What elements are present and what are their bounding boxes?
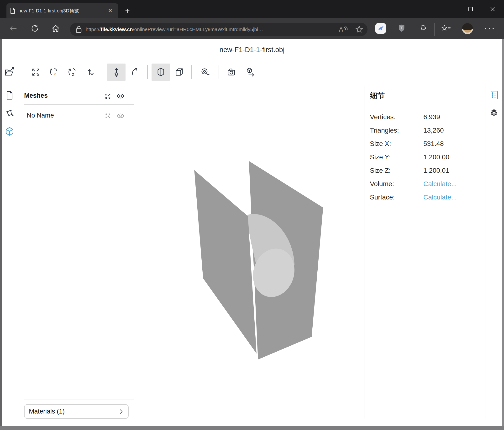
- svg-text:T: T: [400, 26, 403, 30]
- svg-text:Z: Z: [72, 72, 74, 76]
- back-button[interactable]: [6, 21, 20, 35]
- refresh-button[interactable]: [28, 21, 42, 35]
- home-button[interactable]: [49, 21, 63, 35]
- shading-mode-button[interactable]: [152, 64, 170, 81]
- meshes-divider: [24, 104, 134, 105]
- rotate-z-button[interactable]: Z: [65, 64, 79, 81]
- materials-button[interactable]: Materials (1): [24, 404, 129, 419]
- maximize-button[interactable]: [463, 2, 478, 16]
- window-edge-right: [502, 39, 504, 430]
- details-row-triangles: Triangles: 13,260: [370, 124, 479, 137]
- left-rail-divider: [21, 81, 21, 426]
- calculate-volume-link[interactable]: Calculate...: [423, 180, 457, 188]
- meshes-header: Meshes: [24, 92, 48, 99]
- toolbar-separator: [23, 65, 23, 79]
- svg-text:A: A: [339, 26, 343, 33]
- details-rows: Vertices: 6,939 Triangles: 13,260 Size X…: [370, 110, 479, 204]
- mesh-list-item[interactable]: No Name: [27, 112, 54, 119]
- chevron-right-icon: [119, 409, 124, 414]
- url-path: /onlinePreview?url=aHR0cHM6Ly9maWxlLmtrd…: [133, 27, 263, 32]
- toolbar-separator: [147, 65, 148, 79]
- details-header: 细节: [370, 91, 385, 101]
- up-axis-button[interactable]: [107, 64, 126, 81]
- toolbar-separator: [191, 65, 192, 79]
- settings-gear-icon[interactable]: [489, 108, 499, 118]
- details-row-surface: Surface: Calculate...: [370, 191, 479, 204]
- extensions-puzzle-icon[interactable]: [416, 21, 430, 35]
- details-row-size-z: Size Z: 1,200.01: [370, 164, 479, 177]
- toolbar-separator: [219, 65, 219, 79]
- favorites-bar-icon[interactable]: [439, 21, 453, 35]
- bounding-box-button[interactable]: [172, 64, 186, 81]
- model-cube-icon[interactable]: [4, 126, 15, 137]
- mesh-item-fit-icon[interactable]: [105, 112, 111, 119]
- meshes-fit-icon[interactable]: [104, 93, 111, 100]
- lock-icon[interactable]: [75, 25, 82, 33]
- export-model-button[interactable]: [243, 64, 257, 81]
- measure-button[interactable]: [198, 64, 211, 81]
- details-row-size-y: Size Y: 1,200.00: [370, 150, 479, 164]
- rotate-y-button[interactable]: Y: [47, 64, 60, 81]
- turntable-rotate-button[interactable]: [128, 64, 142, 81]
- read-aloud-icon[interactable]: A: [338, 25, 348, 34]
- open-model-button[interactable]: [3, 64, 16, 81]
- details-list-icon[interactable]: [489, 90, 499, 100]
- details-row-vertices: Vertices: 6,939: [370, 110, 479, 124]
- svg-text:Y: Y: [54, 72, 56, 76]
- tampermonkey-extension-icon[interactable]: T: [395, 21, 409, 35]
- file-info-icon[interactable]: [4, 90, 15, 101]
- page-title: new-F1-D1-1-first.obj: [0, 46, 504, 54]
- fit-view-button[interactable]: [29, 64, 43, 81]
- titlebar: new-F1-D1-1-first.obj3D预览 ✕ +: [0, 0, 504, 18]
- close-window-button[interactable]: [485, 2, 500, 16]
- window-edge-bottom: [0, 426, 504, 430]
- tab-close-icon[interactable]: ✕: [106, 7, 114, 14]
- model-render: [139, 86, 364, 419]
- navbar: https://file.kkview.cn/onlinePreview?url…: [0, 18, 504, 39]
- materials-button-label: Materials (1): [29, 408, 119, 415]
- tab-title: new-F1-D1-1-first.obj3D预览: [18, 8, 103, 14]
- url-text[interactable]: https://file.kkview.cn/onlinePreview?url…: [86, 27, 336, 32]
- browser-tab[interactable]: new-F1-D1-1-first.obj3D预览 ✕: [6, 3, 118, 18]
- url-scheme: https://: [86, 27, 101, 32]
- tab-favicon-document-icon: [10, 8, 15, 14]
- screenshot-button[interactable]: [225, 64, 238, 81]
- mesh-item-visibility-eye-icon[interactable]: [117, 112, 125, 120]
- toolbar-separator: [434, 23, 435, 36]
- toolbar-separator: [104, 65, 104, 79]
- address-bar[interactable]: https://file.kkview.cn/onlinePreview?url…: [70, 23, 368, 36]
- model-viewport[interactable]: [139, 86, 364, 419]
- meshes-visibility-eye-icon[interactable]: [116, 92, 125, 100]
- new-tab-button[interactable]: +: [122, 5, 133, 16]
- more-menu-button[interactable]: [484, 25, 495, 32]
- window-edge-left: [0, 39, 2, 430]
- details-row-size-x: Size X: 531.48: [370, 137, 479, 150]
- url-host: file.kkview.cn: [101, 27, 133, 32]
- details-row-volume: Volume: Calculate...: [370, 177, 479, 191]
- add-favorite-star-icon[interactable]: [355, 25, 364, 34]
- profile-avatar[interactable]: [462, 23, 473, 34]
- browser-window: new-F1-D1-1-first.obj3D预览 ✕ +: [0, 0, 504, 430]
- thunder-extension-icon[interactable]: [375, 23, 386, 34]
- material-bucket-icon[interactable]: [4, 108, 15, 118]
- calculate-surface-link[interactable]: Calculate...: [423, 194, 457, 201]
- flip-vertical-button[interactable]: [84, 64, 97, 81]
- right-rail-divider: [485, 83, 485, 420]
- materials-divider: [24, 399, 134, 399]
- details-divider: [370, 105, 479, 105]
- minimize-button[interactable]: [441, 2, 456, 16]
